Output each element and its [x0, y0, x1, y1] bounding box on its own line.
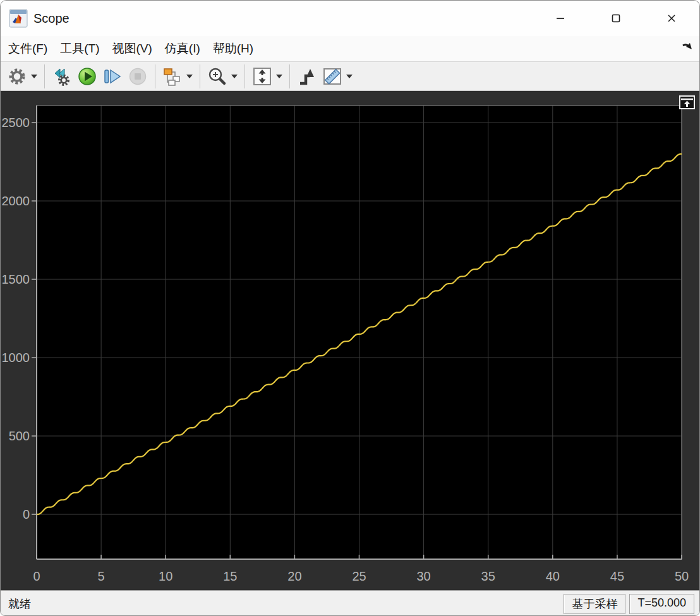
fit-vertical-icon — [252, 66, 272, 87]
toolbar-separator — [244, 64, 245, 88]
gear-icon — [7, 66, 27, 87]
status-panels: 基于采样 T=50.000 — [564, 594, 694, 614]
x-tick-label: 30 — [416, 569, 430, 583]
magnifier-plus-icon — [207, 66, 227, 87]
step-forward-icon — [102, 66, 123, 87]
title-bar: Scope — [1, 1, 699, 36]
stop-icon — [128, 66, 148, 87]
ruler-icon — [322, 66, 342, 87]
chevron-down-icon — [231, 75, 238, 78]
chevron-down-icon — [186, 75, 193, 78]
x-tick-label: 15 — [223, 569, 237, 583]
chevron-down-icon — [346, 75, 353, 78]
settings-gear-button[interactable] — [5, 64, 29, 88]
toolbar-separator — [289, 64, 290, 88]
measurements-button[interactable] — [320, 64, 344, 88]
stop-button[interactable] — [126, 64, 150, 88]
fit-to-view-button[interactable] — [250, 64, 274, 88]
menu-item-2[interactable]: 视图(V) — [106, 37, 159, 61]
window-title: Scope — [33, 11, 69, 26]
y-tick-label: 0 — [23, 507, 30, 521]
toolbar — [1, 62, 699, 91]
toolbar-separator — [200, 64, 200, 88]
x-tick-label: 45 — [610, 569, 624, 583]
simulink-blocks-button[interactable] — [160, 64, 184, 88]
x-tick-label: 25 — [352, 569, 366, 583]
minimize-icon — [555, 13, 565, 23]
settings-dropdown-caret[interactable] — [30, 64, 39, 88]
fit-dropdown-caret[interactable] — [275, 64, 284, 88]
zoom-dropdown-caret[interactable] — [230, 64, 239, 88]
x-tick-label: 10 — [159, 569, 172, 583]
maximize-button[interactable] — [588, 1, 644, 36]
x-tick-label: 50 — [675, 569, 689, 583]
measurements-dropdown-caret[interactable] — [345, 64, 354, 88]
menu-item-4[interactable]: 帮助(H) — [207, 37, 260, 61]
highlight-simulink-block-button[interactable] — [50, 64, 74, 88]
maximize-icon — [611, 13, 621, 23]
menu-items: 文件(F)工具(T)视图(V)仿真(I)帮助(H) — [2, 37, 260, 61]
chevron-down-icon — [276, 75, 282, 78]
x-tick-label: 0 — [33, 569, 40, 583]
trigger-step-icon — [297, 66, 317, 87]
menu-item-0[interactable]: 文件(F) — [2, 37, 54, 61]
status-time-badge: T=50.000 — [629, 594, 694, 614]
y-tick-label: 1500 — [2, 272, 30, 286]
plot-canvas[interactable]: 0510152025303540455005001000150020002500 — [1, 91, 700, 590]
blocks-dropdown-caret[interactable] — [185, 64, 194, 88]
blocks-icon — [162, 66, 183, 87]
x-tick-label: 5 — [98, 569, 105, 583]
run-button[interactable] — [75, 64, 99, 88]
close-button[interactable] — [644, 1, 699, 36]
zoom-button[interactable] — [205, 64, 229, 88]
x-tick-label: 40 — [546, 569, 560, 583]
step-forward-button[interactable] — [100, 64, 124, 88]
dock-button[interactable] — [679, 95, 695, 109]
play-icon — [77, 66, 97, 87]
y-tick-label: 2000 — [2, 194, 30, 208]
y-tick-label: 500 — [9, 429, 30, 443]
toolbar-separator — [155, 64, 155, 88]
toolbar-separator — [44, 64, 45, 88]
menu-item-1[interactable]: 工具(T) — [54, 37, 106, 61]
gear-arrows-icon — [52, 66, 72, 87]
close-icon — [667, 13, 677, 23]
window-controls — [533, 1, 699, 36]
menu-item-3[interactable]: 仿真(I) — [159, 37, 207, 61]
status-ready-text: 就绪 — [6, 596, 31, 612]
minimize-button[interactable] — [533, 1, 588, 36]
menu-bar: 文件(F)工具(T)视图(V)仿真(I)帮助(H) — [1, 36, 699, 62]
plot-area: 0510152025303540455005001000150020002500 — [1, 91, 699, 590]
status-bar: 就绪 基于采样 T=50.000 — [1, 590, 699, 616]
scope-window: Scope 文件(F)工具(T)视图(V)仿真(I)帮助(H) — [0, 0, 700, 616]
menu-overflow-arrow-icon[interactable] — [680, 41, 694, 55]
matlab-app-icon — [9, 9, 28, 28]
chevron-down-icon — [31, 75, 37, 78]
trigger-button[interactable] — [295, 64, 319, 88]
status-mode-badge: 基于采样 — [564, 594, 625, 614]
x-tick-label: 20 — [287, 569, 301, 583]
y-tick-label: 2500 — [2, 116, 30, 130]
y-tick-label: 1000 — [2, 351, 30, 365]
x-tick-label: 35 — [481, 569, 495, 583]
